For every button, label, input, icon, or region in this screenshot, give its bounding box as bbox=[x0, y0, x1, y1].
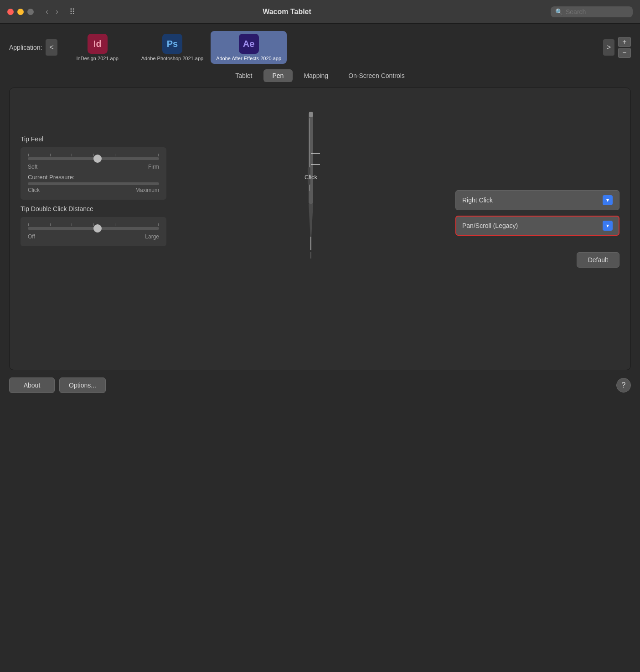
add-remove-buttons: + − bbox=[618, 37, 631, 58]
pen-illustration bbox=[302, 108, 320, 263]
options-button[interactable]: Options... bbox=[59, 377, 106, 393]
tip-double-click-thumb[interactable] bbox=[93, 224, 102, 233]
tip-feel-label-firm: Firm bbox=[148, 164, 159, 170]
svg-rect-1 bbox=[309, 112, 313, 117]
tick-2 bbox=[50, 154, 51, 156]
window-title: Wacom Tablet bbox=[29, 8, 545, 16]
pressure-label: Current Pressure: bbox=[28, 174, 159, 181]
indesign-icon: Id bbox=[88, 34, 108, 54]
tip-feel-labels: Soft Firm bbox=[28, 164, 159, 170]
add-app-button[interactable]: + bbox=[618, 37, 631, 47]
pen-center: Click bbox=[185, 108, 437, 181]
app-row: Application: < Id InDesign 2021.app Ps A… bbox=[9, 31, 631, 64]
search-box: 🔍 bbox=[551, 6, 633, 17]
tick-3 bbox=[72, 154, 72, 156]
tip-double-click-title: Tip Double Click Distance bbox=[21, 205, 166, 212]
svg-marker-5 bbox=[309, 204, 313, 238]
default-button[interactable]: Default bbox=[577, 252, 619, 268]
aftereffects-name: Adobe After Effects 2020.app bbox=[216, 56, 281, 61]
tip-feel-label-soft: Soft bbox=[28, 164, 37, 170]
pan-scroll-dropdown[interactable]: Pan/Scroll (Legacy) ▾ bbox=[455, 216, 619, 236]
help-button[interactable]: ? bbox=[616, 378, 631, 393]
right-controls: Right Click ▾ Pan/Scroll (Legacy) ▾ Defa… bbox=[455, 190, 619, 268]
tip-double-click-label-large: Large bbox=[145, 233, 159, 240]
tick-6 bbox=[137, 154, 137, 156]
tick-d3 bbox=[72, 223, 72, 226]
default-btn-row: Default bbox=[455, 252, 619, 268]
app-prev-button[interactable]: < bbox=[46, 39, 57, 56]
about-button[interactable]: About bbox=[9, 377, 55, 393]
tick-d5 bbox=[115, 223, 115, 226]
pressure-track bbox=[28, 182, 159, 185]
tick-d7 bbox=[158, 223, 159, 226]
aftereffects-icon: Ae bbox=[239, 34, 259, 54]
svg-rect-6 bbox=[310, 237, 311, 250]
right-click-dropdown[interactable]: Right Click ▾ bbox=[455, 190, 619, 210]
tabs-row: Tablet Pen Mapping On-Screen Controls bbox=[9, 69, 631, 82]
pressure-labels: Click Maximum bbox=[28, 187, 159, 193]
app-carousel: Id InDesign 2021.app Ps Adobe Photoshop … bbox=[61, 31, 599, 64]
search-input[interactable] bbox=[566, 8, 630, 16]
tick-1 bbox=[28, 154, 29, 156]
tip-feel-thumb[interactable] bbox=[93, 155, 102, 163]
close-button[interactable] bbox=[7, 9, 14, 15]
tab-tablet[interactable]: Tablet bbox=[226, 69, 261, 82]
pressure-label-click: Click bbox=[28, 187, 40, 193]
tick-d2 bbox=[50, 223, 51, 226]
photoshop-name: Adobe Photoshop 2021.app bbox=[141, 56, 203, 61]
remove-app-button[interactable]: − bbox=[618, 48, 631, 58]
tip-double-click-ticks bbox=[28, 223, 159, 226]
tip-feel-track[interactable] bbox=[28, 157, 159, 160]
tip-double-click-slider-container: Off Large bbox=[21, 217, 166, 246]
app-item-indesign[interactable]: Id InDesign 2021.app bbox=[61, 31, 134, 64]
app-item-photoshop[interactable]: Ps Adobe Photoshop 2021.app bbox=[136, 31, 209, 64]
minimize-button[interactable] bbox=[17, 9, 24, 15]
tab-onscreen[interactable]: On-Screen Controls bbox=[339, 69, 414, 82]
tick-d6 bbox=[137, 223, 137, 226]
tip-feel-title: Tip Feel bbox=[21, 135, 166, 143]
pan-scroll-chevron-icon: ▾ bbox=[603, 221, 613, 231]
tip-double-click-track[interactable] bbox=[28, 227, 159, 230]
tip-feel-slider-container: Soft Firm Current Pressure: Click Maximu… bbox=[21, 147, 166, 200]
tip-double-click-label-off: Off bbox=[28, 233, 35, 240]
main-panel: Tip Feel Soft bbox=[9, 88, 631, 370]
tick-d1 bbox=[28, 223, 29, 226]
pressure-label-maximum: Maximum bbox=[135, 187, 159, 193]
right-click-chevron-icon: ▾ bbox=[603, 195, 613, 205]
main-content: Application: < Id InDesign 2021.app Ps A… bbox=[0, 24, 640, 672]
tab-mapping[interactable]: Mapping bbox=[294, 69, 337, 82]
tick-7 bbox=[158, 154, 159, 156]
photoshop-icon: Ps bbox=[162, 34, 182, 54]
tick-5 bbox=[115, 154, 115, 156]
tab-pen[interactable]: Pen bbox=[263, 69, 293, 82]
search-icon: 🔍 bbox=[555, 8, 563, 16]
app-item-aftereffects[interactable]: Ae Adobe After Effects 2020.app bbox=[211, 31, 287, 64]
bottom-row: About Options... ? bbox=[9, 377, 631, 393]
tip-double-click-labels: Off Large bbox=[28, 233, 159, 240]
app-label: Application: bbox=[9, 44, 42, 51]
pen-side-arrows bbox=[297, 145, 325, 181]
left-controls: Tip Feel Soft bbox=[21, 135, 166, 252]
indesign-name: InDesign 2021.app bbox=[77, 56, 119, 61]
title-bar: ‹ › ⠿ Wacom Tablet 🔍 bbox=[0, 0, 640, 24]
right-click-dropdown-label: Right Click bbox=[462, 196, 493, 204]
pan-scroll-dropdown-label: Pan/Scroll (Legacy) bbox=[462, 222, 518, 229]
pen-area: Tip Feel Soft bbox=[21, 99, 619, 268]
app-next-button[interactable]: > bbox=[603, 39, 614, 56]
tip-feel-ticks bbox=[28, 154, 159, 156]
